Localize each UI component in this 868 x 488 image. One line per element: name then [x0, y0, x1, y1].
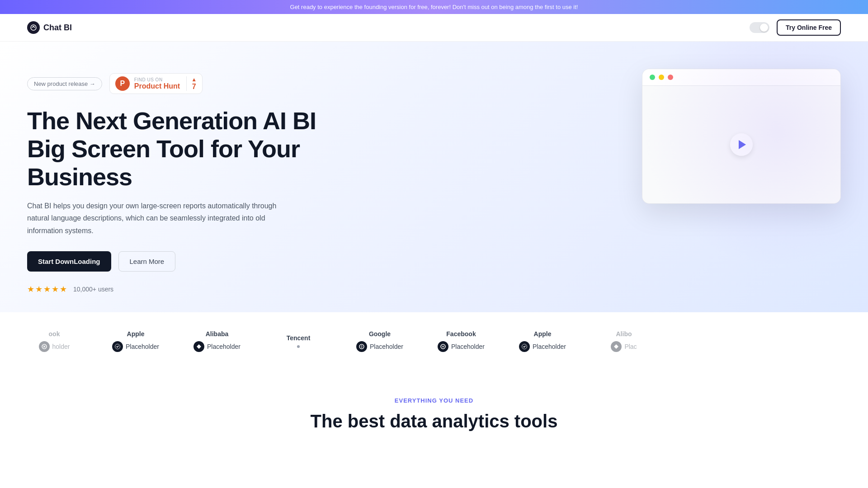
brand-name: ook	[49, 330, 60, 338]
ph-name: Product Hunt	[134, 82, 180, 90]
brand-name: Google	[369, 330, 391, 338]
brand-placeholder-text: Placeholder	[451, 343, 485, 350]
brand-placeholder-text: Placeholder	[370, 343, 403, 350]
list-item: Apple Placeholder	[515, 330, 570, 352]
theme-toggle[interactable]	[750, 22, 769, 33]
list-item: Alibaba Placeholder	[190, 330, 244, 352]
browser-content	[642, 86, 840, 203]
navbar: Chat BI Try Online Free	[0, 14, 868, 42]
ph-arrow-icon: ▲	[191, 76, 197, 83]
brand-placeholder-text: Placeholder	[533, 343, 566, 350]
brand-logo: Placeholder	[112, 341, 159, 352]
hero-title: The Next Generation AI BI Big Screen Too…	[27, 107, 321, 191]
hero-description: Chat BI helps you design your own large-…	[27, 200, 280, 237]
browser-dot-yellow	[659, 75, 664, 80]
brand-logo-icon	[112, 341, 123, 352]
brand-placeholder-text: Plac	[624, 343, 637, 350]
try-online-button[interactable]: Try Online Free	[777, 19, 841, 36]
ph-count: 7	[192, 83, 196, 91]
star-3: ★	[43, 284, 51, 294]
star-1: ★	[27, 284, 34, 294]
start-downloading-button[interactable]: Start DownLoading	[27, 251, 111, 272]
brand-separator-dot	[297, 345, 300, 348]
hero-actions: Start DownLoading Learn More	[27, 251, 321, 272]
brand-logo-icon	[438, 341, 448, 352]
banner-text: Get ready to experience the founding ver…	[290, 4, 578, 10]
product-hunt-badge[interactable]: P FIND US ON Product Hunt ▲ 7	[109, 73, 203, 94]
brand-name: Alibaba	[206, 330, 229, 338]
list-item: Facebook Placeholder	[434, 330, 488, 352]
brand-logo: Placeholder	[519, 341, 566, 352]
announcement-banner: Get ready to experience the founding ver…	[0, 0, 868, 14]
brand-logo-icon	[39, 341, 50, 352]
brand-row: ook holder Apple Placeholder Alibaba	[27, 330, 841, 352]
brand-strip: ook holder Apple Placeholder Alibaba	[0, 312, 868, 370]
browser-mockup	[642, 69, 841, 204]
learn-more-button[interactable]: Learn More	[118, 251, 176, 272]
list-item: Apple Placeholder	[108, 330, 163, 352]
hero-badges: New product release → P FIND US ON Produ…	[27, 73, 321, 94]
list-item: ook holder	[27, 330, 81, 352]
brand-logo-icon	[193, 341, 204, 352]
ph-find-us-label: FIND US ON	[134, 77, 180, 82]
brand-logo-icon	[611, 341, 622, 352]
brand-logo: holder	[39, 341, 70, 352]
hero-right	[615, 69, 841, 204]
product-hunt-icon: P	[115, 76, 130, 91]
star-5: ★	[60, 284, 67, 294]
brand-logo: Placeholder	[193, 341, 241, 352]
star-2: ★	[35, 284, 42, 294]
section-title: The best data analytics tools	[27, 411, 841, 432]
nav-right: Try Online Free	[750, 19, 841, 36]
hero-left: New product release → P FIND US ON Produ…	[27, 69, 321, 294]
hero-stats: ★ ★ ★ ★ ★ 10,000+ users	[27, 284, 321, 294]
star-rating: ★ ★ ★ ★ ★	[27, 284, 67, 294]
logo-icon	[27, 21, 40, 34]
logo-text: Chat BI	[43, 23, 72, 33]
brand-logo: Plac	[611, 341, 637, 352]
brand-logo: Placeholder	[438, 341, 485, 352]
list-item: Alibo Plac	[597, 330, 651, 352]
svg-point-0	[31, 25, 36, 30]
brand-name: Facebook	[446, 330, 476, 338]
users-count: 10,000+ users	[73, 286, 113, 293]
product-hunt-text: FIND US ON Product Hunt	[134, 77, 180, 90]
brand-placeholder-text: Placeholder	[207, 343, 241, 350]
svg-point-3	[359, 344, 364, 349]
list-item: Tencent	[271, 334, 326, 348]
browser-dot-green	[650, 75, 655, 80]
ph-votes: ▲ 7	[186, 76, 197, 91]
brand-logo: Placeholder	[356, 341, 403, 352]
brand-logo-icon	[356, 341, 367, 352]
brand-logo-icon	[519, 341, 530, 352]
list-item: Google Placeholder	[353, 330, 407, 352]
section-label: EVERYTHING YOU NEED	[27, 397, 841, 404]
star-4: ★	[52, 284, 59, 294]
play-button[interactable]	[730, 133, 753, 156]
brand-name: Alibo	[616, 330, 632, 338]
browser-toolbar	[642, 69, 840, 86]
new-product-badge[interactable]: New product release →	[27, 77, 102, 90]
everything-section: EVERYTHING YOU NEED The best data analyt…	[0, 370, 868, 441]
brand-name: Apple	[127, 330, 145, 338]
browser-dot-red	[668, 75, 673, 80]
logo[interactable]: Chat BI	[27, 21, 72, 34]
play-icon	[739, 140, 746, 149]
brand-placeholder-text: holder	[52, 343, 70, 350]
brand-placeholder-text: Placeholder	[126, 343, 159, 350]
hero-section: New product release → P FIND US ON Produ…	[0, 42, 868, 312]
brand-name: Apple	[534, 330, 552, 338]
brand-name: Tencent	[287, 334, 311, 342]
